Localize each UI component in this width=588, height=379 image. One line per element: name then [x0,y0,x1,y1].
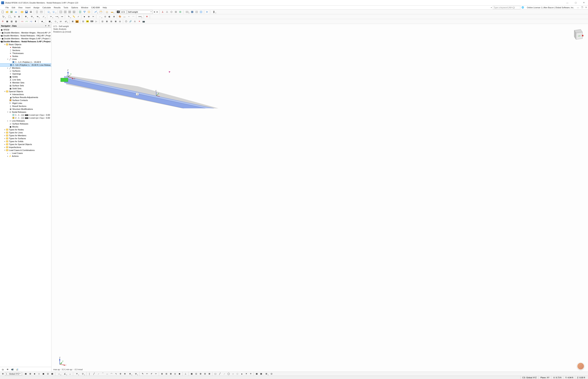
divide-button[interactable]: ✂▼ [48,15,54,19]
grid-button[interactable]: ▦▼ [47,19,52,24]
menu-help[interactable]: Help [101,6,108,9]
view-1-button[interactable] [59,10,63,14]
show-2-button[interactable]: ⊞ [105,19,109,24]
script-console-button[interactable]: ⌨ [90,19,94,24]
script-js-button[interactable]: JS [85,19,89,24]
project-button[interactable] [20,10,24,14]
model-check-button[interactable]: ⚙ [1,19,5,24]
support-5-button[interactable] [178,10,182,14]
menu-insert[interactable]: Insert [24,6,32,9]
lc-code-input[interactable]: LC1 [120,10,127,14]
results-toggle-button[interactable]: ▼ [93,10,98,14]
mdi-restore[interactable]: ❐ [580,6,584,9]
calc-fast-button[interactable] [87,10,91,14]
lc-next-button[interactable]: ▸ [156,10,159,14]
support-3-button[interactable] [169,10,173,14]
save-button[interactable] [24,10,29,14]
unit-button[interactable]: 10 [59,19,63,24]
fe-mesh-button[interactable]: ⊞ [71,19,75,24]
support-2-button[interactable] [165,10,169,14]
results-panel-button[interactable] [99,10,103,14]
new-button[interactable] [1,10,5,14]
select-related-button[interactable]: ⇲ [13,15,16,19]
menu-file[interactable]: File [4,6,10,9]
close-button[interactable]: ✕ [580,0,588,5]
support-4-button[interactable] [174,10,178,14]
view-3-button[interactable] [72,10,76,14]
cloud-button[interactable] [14,10,18,14]
lc-prev-button[interactable]: ◂ [153,10,156,14]
show-4-button[interactable]: ⊠ [114,19,118,24]
calc-button[interactable] [78,10,82,14]
show-1-button[interactable]: ⊡ [100,19,104,24]
snap-4-button[interactable]: ⊗ [112,15,116,19]
menu-calculate[interactable]: Calculate [41,6,52,9]
color-button[interactable]: 🎨 [118,15,122,19]
display-3-button[interactable] [195,10,199,14]
undo-button[interactable]: ▼ [45,10,51,14]
axis-y-button[interactable]: ↗Y [24,19,29,24]
menu-view[interactable]: View [17,6,24,9]
close-model-button[interactable] [10,10,14,14]
menu-options[interactable]: Options [70,6,80,9]
mdi-close[interactable]: ✕ [584,6,588,9]
minimize-button[interactable]: ― [563,0,572,5]
isometric-button[interactable]: ◈▼ [39,19,45,24]
axis-iso-button[interactable]: ⬍ [33,19,37,24]
table-button[interactable] [39,10,43,14]
print-button[interactable] [29,10,33,14]
display-2-button[interactable] [190,10,194,14]
camera-button[interactable]: 📷 [142,19,146,24]
delete-button[interactable]: ✕ [145,15,149,19]
mdi-minimize[interactable]: ― [576,6,580,9]
menu-cadbim[interactable]: CAD-BIM [90,6,101,9]
filter-button[interactable]: ▼ [82,15,86,19]
info-button[interactable]: ⓘ [124,19,128,24]
menu-icon[interactable] [1,6,3,9]
snap-3-button[interactable]: ◐ [108,15,112,19]
animation-button[interactable] [205,10,209,14]
show-5-button[interactable]: ◎ [118,19,122,24]
loads-button[interactable] [105,10,109,14]
link-button[interactable]: 🔗 [129,19,132,24]
check-button[interactable]: ✓ [76,15,80,19]
scale-button[interactable]: ⤢▼ [41,15,46,19]
line-style3-button[interactable]: ⋯ [131,15,135,19]
line-style-button[interactable]: ― [122,15,126,19]
edit-button[interactable]: ✎▼ [66,15,71,19]
render-1-button[interactable]: ▦ [5,19,9,24]
menu-assign[interactable]: Assign [32,6,41,9]
measure-button[interactable]: 📏 [72,15,76,19]
menu-results[interactable]: Results [52,6,62,9]
view-2-button[interactable] [63,10,67,14]
render-2-button[interactable]: ▧ [10,19,14,24]
menu-tools[interactable]: Tools [62,6,70,9]
view-4-button[interactable] [68,10,72,14]
rotate-button[interactable]: ⟲▼ [29,15,34,19]
report-button[interactable] [35,10,39,14]
label-button[interactable]: 🏷▼ [63,19,68,24]
error-button[interactable]: ✕ [137,19,141,24]
warn-button[interactable]: ⚠ [133,19,137,24]
select-box-button[interactable]: ▼ [7,15,12,19]
display-1-button[interactable]: ▼ [184,10,190,14]
load-combination-button[interactable]: ▼ [109,10,115,14]
clip-button[interactable]: ✂ [91,15,95,19]
line-style2-button[interactable]: ┄ [127,15,131,19]
axis-z-button[interactable]: ↗Z [29,19,33,24]
select-all-button[interactable]: ⊞ [17,15,21,19]
lc-name-select[interactable]: Self-weight▼ [127,10,153,14]
move-button[interactable]: ✥▼ [23,15,29,19]
display-4-button[interactable] [199,10,203,14]
open-button[interactable] [5,10,9,14]
connect-button[interactable]: ⊶ [60,15,64,19]
support-1-button[interactable] [161,10,165,14]
maximize-button[interactable]: ▢ [572,0,580,5]
mirror-button[interactable]: ⇋▼ [35,15,40,19]
workplane-button[interactable]: ◇▼ [53,19,58,24]
tools-dd-button[interactable]: ▼ [211,10,217,14]
render-3-button[interactable]: ▨ [14,19,18,24]
calc-all-button[interactable] [82,10,86,14]
show-3-button[interactable]: ⊟ [109,19,113,24]
keyword-search[interactable]: Type a keyword (Alt+Q) [493,6,520,9]
